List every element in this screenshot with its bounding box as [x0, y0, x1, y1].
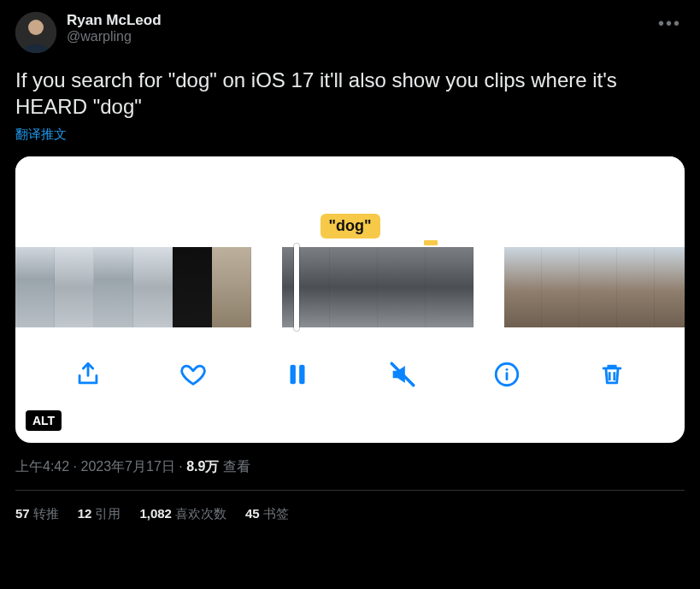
- translate-link[interactable]: 翻译推文: [15, 127, 685, 143]
- views-count: 8.9万: [186, 459, 219, 474]
- like-button[interactable]: [177, 358, 209, 391]
- stat-label: 书签: [263, 506, 289, 521]
- stat-number: 12: [78, 506, 92, 521]
- tweet-container: Ryan McLeod @warpling ••• If you search …: [0, 0, 700, 522]
- author-names[interactable]: Ryan McLeod @warpling: [67, 12, 162, 44]
- clip-frame: [426, 247, 474, 327]
- tweet-header: Ryan McLeod @warpling •••: [15, 12, 685, 53]
- clip-group: [504, 247, 685, 327]
- stat-label: 引用: [95, 506, 121, 521]
- stat-number: 57: [15, 506, 30, 521]
- video-scrubber[interactable]: [15, 247, 685, 327]
- likes-stat[interactable]: 1,082喜欢次数: [139, 506, 226, 522]
- share-button[interactable]: [72, 358, 104, 391]
- tweet-text: If you search for "dog" on iOS 17 it'll …: [15, 67, 685, 120]
- svg-point-1: [28, 20, 44, 35]
- share-icon: [74, 360, 103, 389]
- info-button[interactable]: [491, 358, 523, 391]
- avatar[interactable]: [15, 12, 56, 53]
- bookmarks-stat[interactable]: 45书签: [245, 506, 289, 522]
- clip-group: [15, 247, 251, 327]
- stat-label: 喜欢次数: [175, 506, 226, 521]
- retweets-stat[interactable]: 57转推: [15, 506, 59, 522]
- clip-frame: [282, 247, 330, 327]
- tweet-meta[interactable]: 上午4:42 · 2023年7月17日 · 8.9万 查看: [15, 458, 685, 476]
- clip-frame: [173, 247, 212, 327]
- author-handle: @warpling: [67, 29, 162, 44]
- author-display-name: Ryan McLeod: [67, 12, 162, 29]
- more-menu-button[interactable]: •••: [655, 12, 685, 35]
- svg-rect-2: [291, 365, 296, 385]
- tweet-stats: 57转推 12引用 1,082喜欢次数 45书签: [15, 491, 685, 522]
- clip-frame: [579, 247, 617, 327]
- caption-marker: "dog": [320, 214, 379, 239]
- views-label: 查看: [219, 459, 250, 474]
- clip-frame: [504, 247, 542, 327]
- caption-tick-icon: [424, 240, 438, 245]
- clip-frame: [133, 247, 173, 327]
- pause-icon: [283, 360, 312, 389]
- heart-icon: [179, 360, 208, 389]
- alt-badge[interactable]: ALT: [26, 410, 62, 431]
- clip-frame: [94, 247, 133, 327]
- media-header: "dog": [15, 156, 685, 247]
- clip-frame: [542, 247, 579, 327]
- stat-number: 1,082: [139, 506, 172, 521]
- info-icon: [492, 360, 521, 389]
- clip-frame: [617, 247, 655, 327]
- mute-button[interactable]: [386, 358, 419, 391]
- tweet-time: 上午4:42: [15, 459, 69, 474]
- clip-frame: [655, 247, 685, 327]
- clip-frame: [378, 247, 426, 327]
- clip-frame: [15, 247, 55, 327]
- tweet-date: 2023年7月17日: [80, 459, 174, 474]
- meta-sep: ·: [69, 459, 80, 474]
- svg-rect-3: [299, 365, 304, 385]
- svg-point-7: [506, 368, 509, 371]
- quotes-stat[interactable]: 12引用: [78, 506, 121, 522]
- clip-frame: [330, 247, 378, 327]
- media-card[interactable]: "dog": [15, 156, 685, 443]
- trash-icon: [597, 360, 626, 389]
- media-controls: [15, 327, 685, 421]
- delete-button[interactable]: [596, 358, 628, 391]
- clip-frame: [212, 247, 251, 327]
- speaker-muted-icon: [388, 360, 417, 389]
- clip-frame: [55, 247, 94, 327]
- meta-sep: ·: [175, 459, 186, 474]
- pause-button[interactable]: [281, 358, 314, 391]
- clip-group: [282, 247, 474, 327]
- playhead-icon[interactable]: [294, 244, 299, 331]
- stat-label: 转推: [33, 506, 59, 521]
- stat-number: 45: [245, 506, 260, 521]
